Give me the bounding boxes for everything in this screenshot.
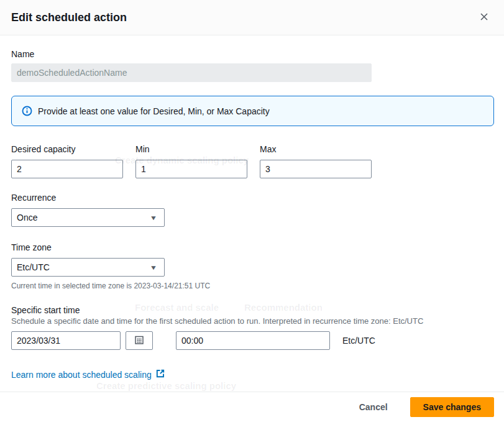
desired-capacity-label: Desired capacity [11,144,123,155]
start-time-label: Specific start time [11,305,494,316]
timezone-label: Time zone [11,242,494,253]
name-input [11,63,372,82]
info-icon [22,106,32,116]
chevron-down-icon: ▼ [150,214,157,221]
name-label: Name [11,48,494,60]
close-icon [479,12,489,24]
max-capacity-field: Max [260,144,372,178]
external-link-icon [155,369,165,381]
learn-more-link[interactable]: Learn more about scheduled scaling [11,369,165,381]
max-capacity-input[interactable] [260,160,372,178]
dialog-body: Name Provide at least one value for Desi… [0,35,504,381]
start-time-description: Schedule a specific date and time for th… [11,316,494,326]
timezone-selected-value: Etc/UTC [17,262,50,272]
info-alert: Provide at least one value for Desired, … [11,96,494,126]
dialog-header: Edit scheduled action [0,0,504,35]
dialog-title: Edit scheduled action [11,11,127,24]
min-capacity-input[interactable] [135,160,247,178]
datetime-row: Etc/UTC [11,331,494,350]
save-changes-button[interactable]: Save changes [410,397,494,417]
timezone-suffix-label: Etc/UTC [342,336,375,346]
calendar-picker-button[interactable] [126,331,153,350]
timezone-helper-text: Current time in selected time zone is 20… [11,281,494,291]
edit-scheduled-action-dialog: Create dynamic scaling policy Forecast a… [0,0,504,422]
max-capacity-label: Max [260,144,372,155]
start-time-field: Specific start time Schedule a specific … [11,305,494,350]
recurrence-select[interactable]: Once ▼ [11,208,165,227]
capacity-row: Desired capacity Min Max [11,144,494,178]
recurrence-selected-value: Once [17,213,37,222]
close-button[interactable] [477,9,492,26]
min-capacity-label: Min [135,144,247,155]
desired-capacity-field: Desired capacity [11,144,123,178]
ghost-text: Create predictive scaling policy [96,380,236,391]
start-time-input[interactable] [176,331,330,350]
recurrence-field: Recurrence Once ▼ [11,192,494,227]
chevron-down-icon: ▼ [150,264,157,271]
min-capacity-field: Min [135,144,247,178]
desired-capacity-input[interactable] [11,160,123,178]
start-date-input[interactable] [11,331,121,350]
timezone-field: Time zone Etc/UTC ▼ Current time in sele… [11,242,494,291]
name-field: Name [11,48,494,82]
calendar-icon [134,335,144,347]
cancel-button[interactable]: Cancel [354,400,393,415]
info-alert-text: Provide at least one value for Desired, … [38,106,270,116]
timezone-select[interactable]: Etc/UTC ▼ [11,258,165,277]
learn-more-link-text: Learn more about scheduled scaling [11,369,152,380]
dialog-footer: Cancel Save changes [0,392,504,422]
recurrence-label: Recurrence [11,192,494,203]
